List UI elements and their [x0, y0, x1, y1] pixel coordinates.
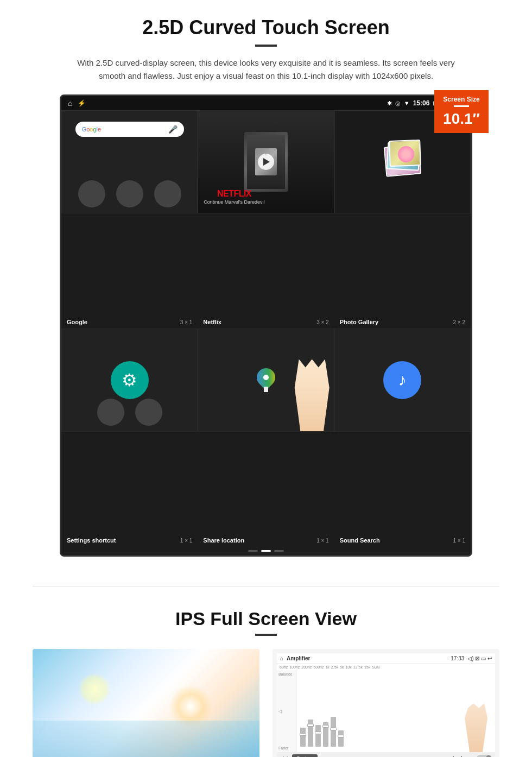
- shadow-circle-1: [78, 180, 105, 207]
- amp-icons: ◁) ⊠ ▭ ↩: [467, 655, 492, 661]
- gallery-app-name: Photo Gallery: [340, 319, 379, 325]
- fader-label: Fader: [278, 746, 294, 750]
- amp-time: 17:33: [451, 655, 464, 661]
- eq-handle-1: [300, 733, 306, 736]
- amp-footer: ◁◁ Custom loudness: [277, 752, 495, 757]
- maps-pin-container: [256, 368, 276, 392]
- eq-handle-4: [322, 725, 329, 728]
- photo-stack: [381, 140, 424, 184]
- shadow-circle-2: [116, 180, 143, 207]
- google-app-name: Google: [67, 319, 87, 325]
- time-display: 15:06: [413, 99, 430, 107]
- eq-handle-5: [330, 728, 337, 730]
- home-icon[interactable]: ⌂: [68, 99, 72, 108]
- settings-app-name: Settings shortcut: [67, 537, 116, 544]
- eq-bars: [296, 670, 495, 752]
- maps-pin-center: [263, 375, 269, 380]
- sound-icon-bg: ♪: [383, 361, 421, 399]
- sound-search-cell[interactable]: ♪: [334, 329, 471, 432]
- eq-bar-body-3: [315, 725, 321, 747]
- flower-image: [398, 146, 415, 162]
- feature-sunlight: No light reflecting under 360° direct su…: [33, 649, 259, 757]
- google-app-size: 3 × 1: [180, 319, 193, 325]
- gallery-label: Photo Gallery 2 × 2: [334, 319, 471, 325]
- device-wrapper: Screen Size 10.1″ ⌂ ⚡ ✱ ◎ ▼ 15:06 ⊡ ◁) ⊠: [60, 94, 472, 557]
- amp-header: ⌂ Amplifier 17:33 ◁) ⊠ ▭ ↩: [277, 653, 495, 664]
- bluetooth-icon: ✱: [387, 100, 392, 107]
- eq-bar-6: [338, 703, 344, 747]
- eq-bar-body-5: [331, 717, 336, 747]
- sound-app-name: Sound Search: [340, 537, 380, 544]
- play-button[interactable]: [258, 154, 274, 170]
- custom-button[interactable]: Custom: [292, 754, 318, 757]
- share-app-name: Share location: [203, 537, 244, 544]
- status-left: ⌂ ⚡: [68, 99, 86, 108]
- gear-icon: ⚙: [122, 370, 137, 390]
- vol-icon: ◁): [278, 709, 294, 714]
- wifi-icon: ▼: [404, 100, 410, 106]
- hand-graphic-wrapper: [274, 344, 334, 432]
- eq-bar-body-2: [308, 720, 313, 747]
- amplifier-visual: ⌂ Amplifier 17:33 ◁) ⊠ ▭ ↩ 60hz100hz200h…: [273, 649, 499, 757]
- gallery-app-size: 2 × 2: [453, 319, 465, 325]
- sound-app-size: 1 × 1: [453, 538, 465, 544]
- section-curved-screen: 2.5D Curved Touch Screen With 2.5D curve…: [0, 0, 532, 570]
- device-frame: ⌂ ⚡ ✱ ◎ ▼ 15:06 ⊡ ◁) ⊠ ▭: [60, 94, 472, 557]
- eq-bar-1: [300, 703, 306, 747]
- settings-app-cell[interactable]: ⚙: [61, 329, 198, 432]
- loudness-toggle[interactable]: [477, 755, 492, 757]
- settings-icon-bg: ⚙: [111, 361, 149, 399]
- secondary-flare: [78, 673, 111, 705]
- badge-underline: [454, 105, 469, 107]
- google-app-cell[interactable]: Google 🎤: [61, 110, 198, 213]
- sound-label: Sound Search 1 × 1: [334, 537, 471, 544]
- netflix-subtitle: Continue Marvel's Daredevil: [204, 199, 264, 205]
- settings-app-size: 1 × 1: [180, 538, 193, 544]
- section2-title: IPS Full Screen View: [33, 608, 499, 629]
- netflix-app-cell[interactable]: NETFLIX Continue Marvel's Daredevil: [198, 110, 334, 213]
- play-triangle: [263, 158, 270, 166]
- google-logo: Google: [82, 126, 102, 133]
- maps-pin-tail: [264, 387, 268, 392]
- nav-dot-3: [274, 550, 284, 552]
- usb-icon: ⚡: [78, 99, 86, 107]
- eq-bar-body-6: [338, 730, 344, 747]
- maps-icon-wrapper: [251, 363, 281, 398]
- location-icon: ◎: [395, 100, 401, 107]
- settings-shadow-1: [97, 399, 124, 426]
- nav-dot-1: [248, 550, 258, 552]
- settings-shadow-circles: [62, 399, 197, 431]
- share-location-cell[interactable]: [198, 329, 334, 432]
- eq-bar-body-1: [300, 728, 306, 747]
- badge-size: 10.1″: [443, 110, 480, 128]
- bottom-nav: [61, 547, 471, 555]
- eq-bar-5: [331, 703, 336, 747]
- mic-icon[interactable]: 🎤: [168, 125, 178, 134]
- amp-side-labels: Balance ◁) Fader: [277, 670, 296, 752]
- netflix-logo-overlay: NETFLIX Continue Marvel's Daredevil: [204, 189, 264, 205]
- badge-title: Screen Size: [443, 96, 480, 103]
- hand-shape: [290, 355, 334, 432]
- amp-main: Balance ◁) Fader: [277, 670, 495, 752]
- google-search-bar[interactable]: Google 🎤: [75, 122, 184, 137]
- amp-hand-graphic: [460, 703, 492, 752]
- eq-bars-inner: [299, 676, 345, 749]
- app-labels-row2: Settings shortcut 1 × 1 Share location 1…: [61, 535, 471, 547]
- nav-dot-2: [261, 550, 271, 552]
- share-label: Share location 1 × 1: [198, 537, 334, 544]
- section-divider: [33, 586, 499, 586]
- status-bar: ⌂ ⚡ ✱ ◎ ▼ 15:06 ⊡ ◁) ⊠ ▭: [61, 96, 471, 110]
- app-grid-row2: ⚙: [61, 329, 471, 535]
- google-shadow-circles: [62, 180, 197, 213]
- netflix-app-size: 3 × 2: [316, 319, 329, 325]
- screen-size-badge: Screen Size 10.1″: [434, 90, 489, 133]
- app-grid-row1: Google 🎤: [61, 110, 471, 317]
- eq-handle-6: [338, 735, 344, 737]
- settings-shadow-2: [135, 399, 162, 426]
- eq-handle-2: [307, 724, 314, 727]
- netflix-label: Netflix 3 × 2: [198, 319, 334, 325]
- balance-label: Balance: [278, 672, 294, 676]
- photo-front: [389, 140, 421, 167]
- eq-handle-3: [315, 731, 321, 734]
- section1-description: With 2.5D curved-display screen, this de…: [76, 56, 456, 83]
